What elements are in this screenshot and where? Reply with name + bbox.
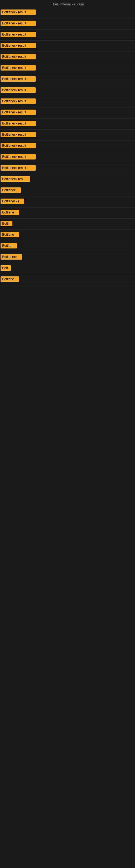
list-item[interactable]: Bottlene — [0, 274, 135, 285]
bottleneck-result-badge[interactable]: Bottlen — [1, 243, 17, 248]
list-item[interactable]: Bottleneck result — [0, 41, 135, 52]
site-title: TheBottlenecker.com — [51, 2, 84, 6]
list-item[interactable]: Bottleneck result — [0, 119, 135, 130]
bottleneck-result-badge[interactable]: Bottleneck result — [1, 65, 36, 70]
list-item[interactable]: Bottleneck result — [0, 74, 135, 85]
list-item[interactable]: Bottleneck result — [0, 96, 135, 107]
site-header: TheBottlenecker.com — [0, 0, 135, 7]
list-item[interactable]: Bottleneck result — [0, 52, 135, 63]
bottleneck-result-badge[interactable]: Bottleneck result — [1, 32, 36, 37]
bottleneck-result-badge[interactable]: Bottleneck result — [1, 110, 36, 115]
bottleneck-result-badge[interactable]: Bottleneck — [1, 254, 22, 259]
list-item[interactable]: Bottleneck result — [0, 19, 135, 30]
list-item[interactable]: Bottleneck result — [0, 163, 135, 174]
list-item[interactable]: Bottleneck result — [0, 63, 135, 74]
bottleneck-result-badge[interactable]: Bottleneck result — [1, 54, 36, 59]
list-item[interactable]: Bottleneck result — [0, 7, 135, 19]
list-item[interactable]: Bottlenec — [0, 185, 135, 196]
list-item[interactable]: Bott — [0, 263, 135, 274]
list-item[interactable]: Bottleneck — [0, 252, 135, 263]
bottleneck-result-badge[interactable]: Bottleneck result — [1, 165, 36, 170]
bottleneck-result-badge[interactable]: Bottleneck result — [1, 9, 36, 15]
bottom-spacer — [0, 285, 135, 557]
bottleneck-result-badge[interactable]: Bottleneck res — [1, 176, 30, 182]
bottleneck-result-badge[interactable]: Bottleneck result — [1, 154, 36, 159]
bottleneck-result-badge[interactable]: Bottleneck result — [1, 143, 36, 148]
list-item[interactable]: Bottleneck result — [0, 152, 135, 163]
list-item[interactable]: Bottleneck result — [0, 130, 135, 141]
bottleneck-result-badge[interactable]: Bottlene — [1, 232, 19, 237]
list-item[interactable]: Bottleneck result — [0, 141, 135, 152]
bottleneck-result-badge[interactable]: Bottleneck result — [1, 76, 36, 82]
bottleneck-result-badge[interactable]: Bottleneck result — [1, 121, 36, 126]
list-item[interactable]: Bottleneck res — [0, 174, 135, 185]
bottleneck-result-badge[interactable]: Bottlene — [1, 210, 19, 215]
page-wrapper: TheBottlenecker.com Bottleneck resultBot… — [0, 0, 135, 557]
bottleneck-result-badge[interactable]: Bott — [1, 265, 11, 271]
bottleneck-result-badge[interactable]: Bottleneck result — [1, 21, 36, 26]
list-item[interactable]: Bottlene — [0, 208, 135, 219]
bottleneck-result-badge[interactable]: Bottleneck result — [1, 132, 36, 137]
rows-container: Bottleneck resultBottleneck resultBottle… — [0, 7, 135, 557]
list-item[interactable]: Bottlen — [0, 241, 135, 252]
bottleneck-result-badge[interactable]: Bottleneck result — [1, 43, 36, 48]
bottleneck-result-badge[interactable]: Bottlenec — [1, 187, 21, 193]
bottleneck-result-badge[interactable]: Bottleneck r — [1, 198, 24, 204]
list-item[interactable]: Bottleneck result — [0, 85, 135, 96]
list-item[interactable]: Bottleneck result — [0, 107, 135, 119]
bottleneck-result-badge[interactable]: Bottl — [1, 221, 12, 226]
list-item[interactable]: Bottlene — [0, 230, 135, 241]
bottleneck-result-badge[interactable]: Bottleneck result — [1, 87, 36, 93]
list-item[interactable]: Bottleneck r — [0, 196, 135, 208]
bottleneck-result-badge[interactable]: Bottlene — [1, 276, 19, 282]
list-item[interactable]: Bottl — [0, 219, 135, 230]
bottleneck-result-badge[interactable]: Bottleneck result — [1, 98, 36, 104]
list-item[interactable]: Bottleneck result — [0, 30, 135, 41]
